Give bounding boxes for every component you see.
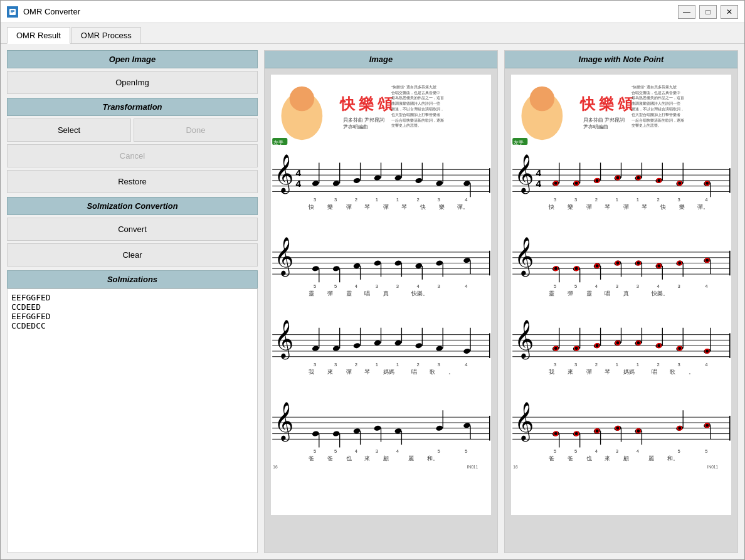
svg-point-118 xyxy=(435,345,443,351)
svg-text:最為熟悉優美的作品之一，這首: 最為熟悉優美的作品之一，這首 xyxy=(391,95,444,100)
svg-text:真: 真 xyxy=(383,290,389,297)
done-button[interactable]: Done xyxy=(134,119,258,142)
sheet-music-with-notes-image: 快 樂 頌 貝多芬曲 尹邦昆詞 尹亦明編曲 "快樂頌" 選自貝多芬第九號 合唱交… xyxy=(511,75,731,515)
image-with-note-panel: Image with Note Point 快 樂 頌 貝多芬曲 尹邦昆詞 尹亦… xyxy=(504,50,738,553)
svg-text:4: 4 xyxy=(536,178,541,189)
svg-text:𝄞: 𝄞 xyxy=(514,237,534,277)
tab-omr-result[interactable]: OMR Result xyxy=(7,27,70,44)
svg-point-151 xyxy=(374,425,382,431)
svg-text:快 樂 頌: 快 樂 頌 xyxy=(579,95,633,112)
svg-text:5: 5 xyxy=(334,448,337,454)
svg-text:3: 3 xyxy=(334,362,337,367)
svg-text:彈。: 彈。 xyxy=(697,204,709,210)
svg-text:琴: 琴 xyxy=(364,204,370,210)
svg-text:2: 2 xyxy=(595,362,598,367)
svg-text:顧: 顧 xyxy=(623,455,629,462)
minimize-button[interactable]: — xyxy=(678,5,695,19)
title-bar: OMR Converter — □ ✕ xyxy=(1,1,744,23)
sheet-music-notes-svg: 快 樂 頌 貝多芬曲 尹邦昆詞 尹亦明編曲 "快樂頌" 選自貝多芬第九號 合唱交… xyxy=(511,75,731,515)
select-button[interactable]: Select xyxy=(7,119,131,142)
svg-text:彈。: 彈。 xyxy=(457,204,468,210)
svg-text:𝄞: 𝄞 xyxy=(274,320,293,360)
svg-point-7 xyxy=(290,87,314,111)
svg-text:樂: 樂 xyxy=(568,204,573,210)
svg-text:3: 3 xyxy=(396,283,399,289)
maximize-button[interactable]: □ xyxy=(699,5,717,19)
solmizations-header: Solmizations xyxy=(7,270,258,288)
svg-text:唱: 唱 xyxy=(411,369,417,375)
restore-button[interactable]: Restore xyxy=(7,170,258,193)
tab-omr-process[interactable]: OMR Process xyxy=(71,27,141,43)
svg-text:5: 5 xyxy=(314,283,316,289)
svg-text:3: 3 xyxy=(677,283,680,289)
svg-text:1: 1 xyxy=(376,362,378,367)
svg-text:2: 2 xyxy=(595,197,598,203)
image-panel-header: Image xyxy=(265,51,497,68)
svg-text:爸: 爸 xyxy=(568,455,573,462)
svg-text:交響史上的悲聲。: 交響史上的悲聲。 xyxy=(391,123,421,127)
svg-text:樂: 樂 xyxy=(679,204,685,210)
svg-text:IN011: IN011 xyxy=(707,465,719,470)
svg-text:尹亦明編曲: 尹亦明編曲 xyxy=(343,124,368,130)
svg-text:快 樂 頌: 快 樂 頌 xyxy=(339,95,393,112)
svg-text:5: 5 xyxy=(334,283,337,289)
svg-text:也大型合唱團加上打擊管樂者: 也大型合唱團加上打擊管樂者 xyxy=(391,113,440,117)
svg-text:我: 我 xyxy=(549,369,554,375)
svg-text:1: 1 xyxy=(396,362,399,367)
image-with-note-panel-content[interactable]: 快 樂 頌 貝多芬曲 尹邦昆詞 尹亦明編曲 "快樂頌" 選自貝多芬第九號 合唱交… xyxy=(505,68,737,552)
svg-point-178 xyxy=(530,87,554,111)
svg-text:5: 5 xyxy=(574,448,577,454)
svg-text:快樂。: 快樂。 xyxy=(651,290,668,297)
svg-text:和。: 和。 xyxy=(427,455,438,462)
left-panel: Open Image OpenImg Transformation Select… xyxy=(7,50,258,553)
image-panel-content[interactable]: 快 樂 頌 貝多芬曲 尹邦昆詞 尹亦明編曲 "快樂頌" 選自貝多芬第九號 合唱交… xyxy=(265,68,497,552)
svg-point-120 xyxy=(463,348,471,354)
open-image-header: Open Image xyxy=(7,50,258,68)
svg-text:1: 1 xyxy=(396,197,399,203)
svg-point-112 xyxy=(374,340,382,346)
svg-point-145 xyxy=(312,430,320,436)
svg-point-39 xyxy=(415,177,423,184)
svg-text:4: 4 xyxy=(396,448,399,454)
svg-text:樂迷，不以台灣組合演唱歌詞，: 樂迷，不以台灣組合演唱歌詞， xyxy=(391,107,444,111)
convert-button[interactable]: Convert xyxy=(7,218,258,241)
svg-text:4: 4 xyxy=(705,283,708,289)
svg-text:唱: 唱 xyxy=(364,290,370,297)
svg-text:3: 3 xyxy=(314,362,316,367)
svg-text:3: 3 xyxy=(616,283,618,289)
svg-text:貝多芬曲 尹邦昆詞: 貝多芬曲 尹邦昆詞 xyxy=(583,117,625,123)
svg-text:來: 來 xyxy=(327,369,333,375)
svg-text:。: 。 xyxy=(689,369,694,375)
open-img-button[interactable]: OpenImg xyxy=(7,71,258,94)
window-controls: — □ ✕ xyxy=(678,5,738,19)
cancel-button[interactable]: Cancel xyxy=(7,144,258,167)
close-button[interactable]: ✕ xyxy=(721,5,738,19)
svg-text:4: 4 xyxy=(657,283,660,289)
svg-text:彈: 彈 xyxy=(346,369,352,375)
solmization-convertion-header: Solmization Convertion xyxy=(7,197,258,215)
svg-text:2: 2 xyxy=(355,197,357,203)
svg-text:3: 3 xyxy=(554,197,556,203)
svg-text:左手: 左手 xyxy=(273,140,283,145)
svg-point-110 xyxy=(353,342,361,349)
svg-text:3: 3 xyxy=(637,283,639,289)
window-title: OMR Converter xyxy=(23,7,678,16)
svg-text:5: 5 xyxy=(465,448,467,454)
solmizations-textarea[interactable]: EEFGGFED CCDEED EEFGGFED CCDEDCC xyxy=(7,288,258,553)
svg-point-81 xyxy=(435,260,443,266)
svg-text:彈: 彈 xyxy=(586,369,592,375)
clear-button[interactable]: Clear xyxy=(7,243,258,267)
svg-text:快: 快 xyxy=(660,204,666,210)
svg-text:3: 3 xyxy=(376,283,378,289)
svg-text:4: 4 xyxy=(705,362,708,367)
svg-text:16: 16 xyxy=(513,465,518,470)
svg-text:琴: 琴 xyxy=(364,369,370,375)
svg-point-155 xyxy=(435,425,443,431)
svg-text:貝多芬曲 尹邦昆詞: 貝多芬曲 尹邦昆詞 xyxy=(343,117,384,123)
svg-text:𝄞: 𝄞 xyxy=(274,402,293,442)
svg-rect-4 xyxy=(11,13,13,13)
svg-text:彈: 彈 xyxy=(586,204,592,210)
svg-rect-2 xyxy=(11,10,14,11)
svg-text:靈: 靈 xyxy=(309,290,314,297)
svg-text:也: 也 xyxy=(346,455,352,462)
